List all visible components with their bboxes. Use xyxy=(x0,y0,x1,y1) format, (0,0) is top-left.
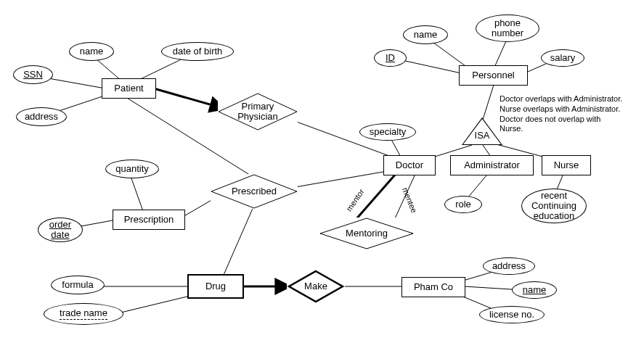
rel-mentoring: Mentoring xyxy=(319,218,414,249)
svg-line-4 xyxy=(154,88,225,109)
svg-line-17 xyxy=(131,176,144,213)
attr-personnel-phone: phone number xyxy=(476,15,539,42)
entity-drug: Drug xyxy=(187,274,244,299)
svg-line-11 xyxy=(483,85,494,120)
attr-prescription-orderdate-key: order date xyxy=(38,218,83,242)
attr-patient-address: address xyxy=(16,107,67,126)
attr-patient-name: name xyxy=(69,42,114,61)
svg-line-21 xyxy=(287,170,396,189)
entity-patient: Patient xyxy=(102,78,156,99)
attr-drug-formula: formula xyxy=(51,276,105,294)
attr-admin-role: role xyxy=(444,196,482,213)
attr-patient-dob: date of birth xyxy=(161,42,234,61)
rel-make: Make xyxy=(287,270,345,303)
attr-phamco-name-key: name xyxy=(512,281,557,299)
entity-nurse: Nurse xyxy=(542,155,591,175)
attr-personnel-salary: salary xyxy=(541,49,584,67)
attr-prescription-quantity: quantity xyxy=(105,160,159,178)
svg-line-22 xyxy=(221,205,254,280)
attr-drug-tradename: trade name xyxy=(44,303,123,325)
attr-phamco-address: address xyxy=(483,257,535,275)
attr-personnel-id-key: ID xyxy=(374,49,407,67)
attr-phamco-license: license no. xyxy=(479,306,545,323)
rel-primary-physician: Primary Physician xyxy=(218,93,298,131)
overlap-note: Doctor overlaps with Administrator. Nurs… xyxy=(500,94,630,134)
entity-personnel: Personnel xyxy=(459,65,528,86)
rel-prescribed: Prescribed xyxy=(211,174,298,209)
isa-triangle: ISA xyxy=(462,117,502,145)
entity-administrator: Administrator xyxy=(450,155,534,175)
attr-patient-ssn-key: SSN xyxy=(13,65,53,84)
entity-prescription: Prescription xyxy=(113,210,185,230)
entity-phamco: Pham Co xyxy=(401,277,465,297)
attr-nurse-rce: recent Continuing education xyxy=(521,189,587,223)
entity-doctor: Doctor xyxy=(383,155,436,175)
attr-doctor-specialty: specialty xyxy=(359,123,416,141)
attr-personnel-name: name xyxy=(403,25,448,44)
